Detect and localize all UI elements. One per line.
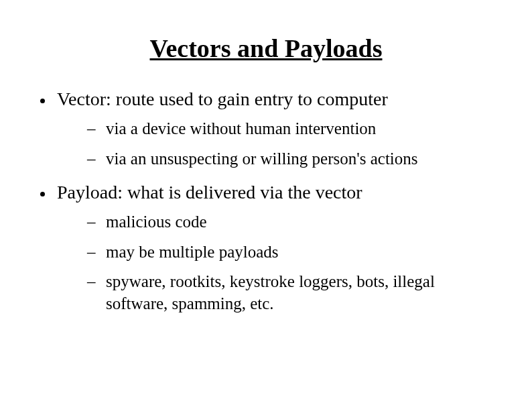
sub-bullet-list: via a device without human intervention … [57,118,498,170]
list-item: Vector: route used to gain entry to comp… [34,89,498,170]
list-item: Payload: what is delivered via the vecto… [34,182,498,315]
list-item: may be multiple payloads [87,241,498,264]
sub-bullet-text: spyware, rootkits, keystroke loggers, bo… [106,272,435,312]
list-item: malicious code [87,211,498,233]
sub-bullet-list: malicious code may be multiple payloads … [57,211,498,315]
slide-title: Vectors and Payloads [34,34,498,63]
list-item: via a device without human intervention [87,118,498,140]
sub-bullet-text: malicious code [106,213,207,231]
list-item: via an unsuspecting or willing person's … [87,148,498,170]
sub-bullet-text: via a device without human intervention [106,119,376,137]
sub-bullet-text: may be multiple payloads [106,243,279,261]
slide-container: Vectors and Payloads Vector: route used … [0,0,532,315]
list-item: spyware, rootkits, keystroke loggers, bo… [87,271,498,315]
sub-bullet-text: via an unsuspecting or willing person's … [106,150,418,168]
bullet-text: Vector: route used to gain entry to comp… [57,89,388,109]
bullet-list: Vector: route used to gain entry to comp… [34,89,498,315]
bullet-text: Payload: what is delivered via the vecto… [57,182,362,203]
